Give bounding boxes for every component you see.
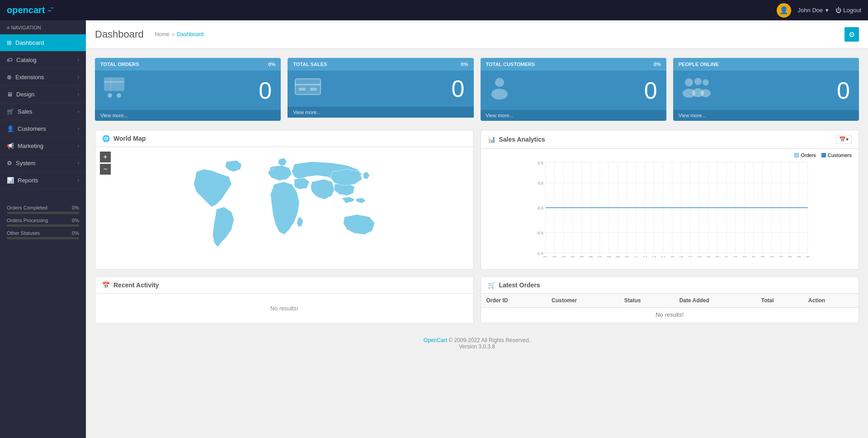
svg-text:28: 28 [788, 255, 792, 257]
svg-text:02: 02 [552, 255, 557, 257]
card-body: 0 [481, 71, 666, 110]
view-more-link[interactable]: View more... [679, 113, 706, 118]
sidebar-item-dashboard[interactable]: ⊞ Dashboard [0, 34, 86, 52]
svg-rect-5 [295, 79, 321, 95]
col-action: Action [803, 294, 859, 308]
breadcrumb-current: Dashboard [177, 31, 203, 38]
orders-table-wrapper: Order ID Customer Status Date Added Tota… [481, 294, 859, 322]
card-value: 0 [644, 77, 657, 104]
card-percent: 0% [461, 62, 468, 67]
card-total-customers: TOTAL CUSTOMERS 0% 0 View more... [481, 58, 666, 121]
card-percent: 0% [268, 62, 275, 67]
svg-text:03: 03 [561, 255, 566, 257]
sidebar-item-reports[interactable]: 📊 Reports › [0, 172, 86, 189]
svg-point-9 [495, 78, 504, 87]
table-header-row: Order ID Customer Status Date Added Tota… [481, 294, 859, 308]
sidebar-item-sales[interactable]: 🛒 Sales › [0, 103, 86, 120]
customers-icon: 👤 [7, 125, 14, 132]
chevron-right-icon: › [78, 75, 79, 80]
sidebar-item-extensions[interactable]: ⊕ Extensions › [0, 69, 86, 86]
svg-text:17: 17 [688, 255, 692, 257]
topbar: opencart ~‾ 👤 John Doe ▾ ⏻ Logout [0, 0, 868, 20]
card-body: 0 [95, 71, 281, 110]
date-picker-button[interactable]: 📅▾ [836, 135, 852, 144]
avatar: 👤 [777, 3, 791, 18]
panel-title: Latest Orders [499, 281, 540, 289]
sidebar-item-customers[interactable]: 👤 Customers › [0, 120, 86, 138]
reports-icon: 📊 [7, 177, 14, 184]
chart-icon: 📊 [488, 136, 495, 143]
svg-text:15: 15 [670, 255, 674, 257]
chevron-right-icon: › [78, 178, 79, 183]
zoom-out-button[interactable]: − [100, 164, 111, 175]
stat-label-text: Orders Processing [7, 218, 48, 223]
chevron-right-icon: › [78, 109, 79, 114]
cart-icon [102, 75, 129, 105]
breadcrumb-home[interactable]: Home [155, 31, 170, 38]
sidebar-item-catalog[interactable]: 🏷 Catalog › [0, 52, 86, 69]
sidebar-item-marketing[interactable]: 📢 Marketing › [0, 138, 86, 155]
card-title: TOTAL CUSTOMERS [486, 62, 535, 67]
extensions-icon: ⊕ [7, 74, 12, 81]
card-value: 0 [452, 75, 465, 102]
legend-orders: Orders [794, 152, 816, 158]
footer: OpenCart © 2009-2022 All Rights Reserved… [86, 330, 868, 357]
sidebar-item-label: Sales [18, 108, 33, 115]
svg-text:30: 30 [806, 255, 810, 257]
card-body: 0 [288, 71, 473, 107]
chevron-right-icon: › [78, 161, 79, 166]
svg-text:0.5: 0.5 [538, 181, 543, 186]
view-more-link[interactable]: View more... [100, 113, 128, 118]
sidebar-item-design[interactable]: 🖥 Design › [0, 86, 86, 103]
sidebar-item-system[interactable]: ⚙ System › [0, 155, 86, 172]
card-title: TOTAL SALES [293, 62, 327, 67]
sidebar-item-label: Customers [18, 125, 46, 132]
svg-text:25: 25 [760, 255, 764, 257]
copyright-text: © 2009-2022 All Rights Reserved. [448, 337, 530, 343]
brand-link[interactable]: OpenCart [424, 337, 447, 343]
customers-legend-dot [821, 153, 826, 157]
orders-table: Order ID Customer Status Date Added Tota… [481, 294, 859, 322]
svg-text:12: 12 [643, 255, 647, 257]
stat-value: 0% [72, 205, 79, 210]
card-total-orders: TOTAL ORDERS 0% 0 [95, 58, 281, 121]
stat-cards: TOTAL ORDERS 0% 0 [86, 49, 868, 130]
legend-customers-label: Customers [828, 152, 852, 158]
settings-button[interactable]: ⚙ [844, 27, 859, 42]
layout: ≡ NAVIGATION ⊞ Dashboard 🏷 Catalog › ⊕ E… [0, 20, 868, 438]
svg-text:08: 08 [607, 255, 611, 257]
orders-legend-dot [794, 153, 799, 157]
sidebar-item-label: Design [16, 91, 34, 98]
svg-text:20: 20 [715, 255, 719, 257]
sidebar-stats: Orders Completed 0% Orders Processing 0%… [0, 198, 86, 250]
view-more-link[interactable]: View more... [293, 110, 321, 115]
sidebar-item-label: Dashboard [15, 39, 44, 46]
svg-text:26: 26 [769, 255, 774, 257]
legend-customers: Customers [821, 152, 852, 158]
card-title: TOTAL ORDERS [100, 62, 139, 67]
card-header: PEOPLE ONLINE [673, 58, 859, 71]
svg-text:18: 18 [697, 255, 701, 257]
svg-rect-0 [104, 77, 124, 91]
view-more-link[interactable]: View more... [486, 113, 514, 118]
card-people-online: PEOPLE ONLINE 0 [673, 58, 859, 121]
col-date-added: Date Added [674, 294, 756, 308]
svg-text:11: 11 [634, 255, 638, 257]
logout-button[interactable]: ⏻ Logout [835, 7, 861, 14]
zoom-in-button[interactable]: + [100, 152, 111, 162]
card-percent: 0% [654, 62, 661, 67]
col-order-id: Order ID [481, 294, 547, 308]
user-menu[interactable]: John Doe ▾ [798, 7, 829, 14]
panel-title: Recent Activity [113, 281, 159, 289]
card-header: TOTAL SALES 0% [288, 58, 473, 71]
middle-panels: 🌐 World Map + − [86, 130, 868, 276]
latest-orders-panel: 🛒 Latest Orders Order ID Customer Status… [481, 276, 859, 324]
svg-text:0.0: 0.0 [538, 206, 543, 210]
sales-chart-svg: 1.0 0.5 0.0 -0.5 -1.0 01 02 03 04 05 06 [483, 158, 857, 257]
table-row: No results! [481, 308, 859, 322]
svg-text:06: 06 [589, 255, 593, 257]
svg-point-4 [117, 93, 121, 98]
stat-other-statuses: Other Statuses 0% [7, 230, 79, 239]
chevron-right-icon: › [78, 143, 79, 148]
no-results-text: No results! [100, 298, 469, 319]
